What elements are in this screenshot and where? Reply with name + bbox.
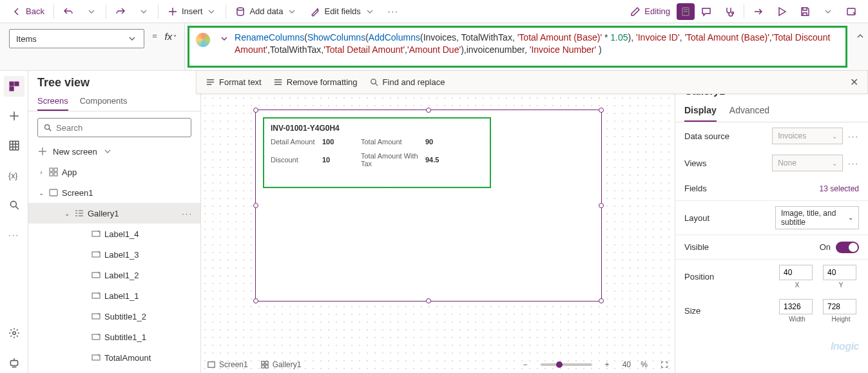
svg-rect-23 (208, 362, 215, 368)
rail-ask-question[interactable] (4, 352, 24, 373)
resize-handle[interactable] (426, 298, 431, 303)
layout-select[interactable]: Image, title, and subtitle⌄ (775, 206, 859, 229)
svg-rect-17 (92, 252, 100, 257)
rail-settings[interactable] (4, 323, 24, 343)
formula-bar[interactable]: RenameColumns(ShowColumns(AddColumns(Inv… (188, 26, 847, 68)
resize-handle[interactable] (253, 108, 258, 113)
remove-formatting-button[interactable]: Remove formatting (273, 77, 358, 87)
tree-search[interactable] (37, 118, 191, 137)
rail-search[interactable] (4, 195, 24, 215)
resize-handle[interactable] (599, 108, 604, 113)
svg-rect-19 (92, 293, 100, 298)
tree-node-screen1[interactable]: ⌄ Screen1 (28, 182, 200, 203)
tree-node-label1-4[interactable]: Label1_4 (28, 224, 200, 244)
tree-node-subtitle1-2[interactable]: Subtitle1_2 (28, 306, 200, 327)
insert-button[interactable]: Insert (161, 3, 224, 21)
tree-node-subtitle1-1[interactable]: Subtitle1_1 (28, 327, 200, 347)
tree-node-totalamount[interactable]: TotalAmount (28, 347, 200, 368)
property-selector[interactable]: Items (9, 29, 144, 48)
prop-label: Data source (684, 131, 729, 141)
canvas[interactable]: INV-01001-Y4G0H4 Detail Amount 100 Total… (201, 71, 675, 373)
svg-rect-15 (50, 189, 57, 196)
fit-screen-button[interactable] (661, 361, 668, 368)
resize-handle[interactable] (253, 203, 258, 208)
node-menu-button[interactable]: ··· (182, 209, 193, 218)
notes-pill[interactable] (677, 3, 695, 20)
resize-handle[interactable] (599, 203, 604, 208)
undo-dropdown[interactable] (80, 3, 103, 21)
save-dropdown[interactable] (816, 3, 840, 21)
gear-icon (8, 327, 20, 339)
back-button[interactable]: Back (5, 3, 51, 21)
redo-dropdown[interactable] (132, 3, 155, 21)
tree-title: Tree view (28, 71, 200, 92)
back-label: Back (26, 6, 44, 16)
views-select[interactable]: None⌄ (772, 155, 843, 171)
plus-icon (37, 146, 48, 157)
chevron-down-icon[interactable] (219, 33, 229, 44)
publish-button[interactable] (840, 3, 863, 21)
separator (226, 5, 226, 19)
tab-screens[interactable]: Screens (37, 92, 68, 111)
zoom-out-button[interactable]: − (523, 360, 528, 369)
editing-mode-button[interactable]: Editing (624, 3, 677, 21)
formula-text[interactable]: RenameColumns(ShowColumns(AddColumns(Inv… (235, 32, 839, 56)
views-more[interactable]: ··· (848, 158, 859, 168)
svg-rect-25 (265, 361, 268, 364)
rail-insert[interactable] (4, 106, 24, 126)
zoom-slider[interactable] (541, 363, 592, 366)
prop-visible: Visible On (675, 235, 868, 260)
visible-toggle[interactable] (836, 242, 859, 253)
redo-button[interactable] (109, 3, 132, 21)
tree-node-label1-1[interactable]: Label1_1 (28, 285, 200, 306)
copilot-icon[interactable] (196, 33, 210, 47)
svg-point-8 (12, 332, 15, 335)
breadcrumb-gallery[interactable]: Gallery1 (261, 360, 302, 369)
tab-components[interactable]: Components (80, 92, 128, 111)
fx-label[interactable]: fx˅ (162, 23, 182, 43)
new-screen-button[interactable]: New screen (37, 146, 191, 157)
edit-fields-button[interactable]: Edit fields (304, 3, 381, 21)
close-format-bar-button[interactable]: ✕ (850, 76, 858, 88)
position-x-input[interactable] (779, 265, 813, 280)
tab-display[interactable]: Display (684, 101, 717, 122)
tab-advanced[interactable]: Advanced (729, 101, 769, 122)
svg-rect-21 (92, 334, 100, 340)
play-button[interactable] (770, 3, 793, 21)
fit-icon (661, 361, 668, 368)
find-replace-button[interactable]: Find and replace (369, 77, 445, 87)
format-text-button[interactable]: Format text (206, 77, 262, 87)
svg-point-4 (371, 79, 376, 84)
chevron-down-icon (206, 6, 217, 17)
expand-formula-button[interactable] (853, 23, 868, 41)
resize-handle[interactable] (426, 108, 431, 113)
breadcrumb-screen[interactable]: Screen1 (207, 360, 248, 369)
save-button[interactable] (793, 3, 816, 21)
more-button[interactable]: ··· (381, 3, 405, 21)
size-height-input[interactable] (823, 299, 856, 314)
tree-node-label1-3[interactable]: Label1_3 (28, 244, 200, 265)
rail-more[interactable]: ··· (4, 224, 24, 245)
add-data-button[interactable]: Add data (229, 3, 304, 21)
share-button[interactable] (747, 3, 770, 21)
size-width-input[interactable] (779, 299, 813, 314)
gallery-item-card[interactable]: INV-01001-Y4G0H4 Detail Amount 100 Total… (263, 117, 491, 188)
comments-button[interactable] (695, 3, 718, 21)
tree-search-input[interactable] (56, 123, 186, 133)
height-label: Height (823, 316, 859, 323)
rail-data[interactable] (4, 135, 24, 156)
tree-node-gallery1[interactable]: ⌄ Gallery1 ··· (28, 203, 200, 224)
checker-button[interactable] (718, 3, 741, 21)
tree-node-app[interactable]: › App (28, 162, 200, 182)
rail-tree-view[interactable] (4, 76, 24, 97)
data-source-select[interactable]: Invoices⌄ (772, 128, 843, 144)
resize-handle[interactable] (253, 298, 258, 303)
fields-edit-link[interactable]: 13 selected (820, 184, 859, 193)
data-source-more[interactable]: ··· (848, 131, 859, 141)
resize-handle[interactable] (599, 298, 604, 303)
undo-button[interactable] (57, 3, 80, 21)
zoom-in-button[interactable]: + (605, 360, 610, 369)
tree-node-label1-2[interactable]: Label1_2 (28, 265, 200, 285)
position-y-input[interactable] (823, 265, 856, 280)
rail-variables[interactable]: {x} (4, 165, 24, 186)
